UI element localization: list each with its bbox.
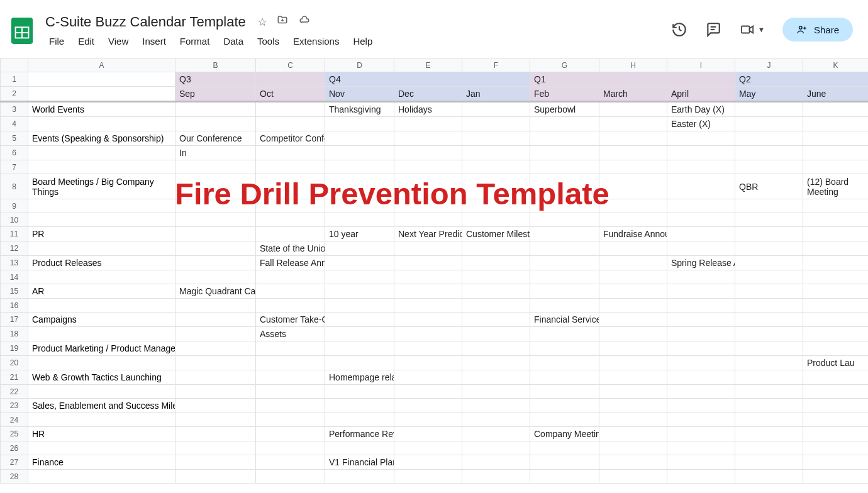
cell-8-F[interactable] [462,174,530,199]
cell-14-D[interactable] [325,270,394,284]
rowhdr-1[interactable]: 1 [1,72,28,87]
cell-9-A[interactable] [28,199,175,213]
rowhdr-24[interactable]: 24 [1,413,28,427]
rowhdr-25[interactable]: 25 [1,427,28,441]
cell-14-C[interactable] [256,270,325,284]
grid-table[interactable]: A B C D E F G H I J K 1Q3Q4Q1Q22SepOctNo… [0,58,868,484]
cell-1-C[interactable] [256,72,325,87]
cell-2-G[interactable]: Feb [530,87,599,102]
cell-15-B[interactable]: Magic Quadrant Campaign [175,284,256,299]
cell-17-I[interactable] [667,313,735,327]
cell-2-K[interactable]: June [803,87,869,102]
cell-3-E[interactable]: Holidays [394,102,462,117]
cell-20-I[interactable] [667,356,735,370]
cell-19-F[interactable] [462,341,530,356]
cell-22-A[interactable] [28,385,175,399]
cell-19-E[interactable] [394,341,462,356]
row-14[interactable]: 14 [1,270,869,284]
cell-8-K[interactable]: (12) Board Meeting [803,174,869,199]
cell-4-C[interactable] [256,117,325,131]
cell-18-G[interactable] [530,327,599,341]
cell-13-J[interactable] [735,256,803,270]
cell-12-K[interactable] [803,241,869,256]
cell-17-K[interactable] [803,313,869,327]
sheets-app-icon[interactable] [10,16,34,45]
cell-5-B[interactable]: Our Conference [175,131,256,146]
colhdr-I[interactable]: I [667,58,735,72]
cell-27-I[interactable] [667,455,735,470]
cell-2-I[interactable]: April [667,87,735,102]
cell-14-E[interactable] [394,270,462,284]
cell-27-J[interactable] [735,455,803,470]
rowhdr-16[interactable]: 16 [1,299,28,313]
cell-15-I[interactable] [667,284,735,299]
cell-9-F[interactable] [462,199,530,213]
cell-11-A[interactable]: PR [28,227,175,241]
rowhdr-15[interactable]: 15 [1,284,28,299]
cell-13-F[interactable] [462,256,530,270]
cell-14-H[interactable] [599,270,667,284]
colhdr-D[interactable]: D [325,58,394,72]
cell-7-C[interactable] [256,160,325,174]
cell-21-D[interactable]: Homempage relaunch [325,370,394,385]
menu-view[interactable]: View [102,33,135,49]
menu-insert[interactable]: Insert [136,33,172,49]
doc-title[interactable]: C-Suite Buzz Calendar Template [43,13,248,31]
cell-19-K[interactable] [803,341,869,356]
cell-22-C[interactable] [256,385,325,399]
cell-24-B[interactable] [175,413,256,427]
cell-28-D[interactable] [325,470,394,484]
cell-26-E[interactable] [394,441,462,455]
cell-21-J[interactable] [735,370,803,385]
cell-27-F[interactable] [462,455,530,470]
cell-15-E[interactable] [394,284,462,299]
row-25[interactable]: 25HRPerformance ReviewsCompany Meeting [1,427,869,441]
cell-6-D[interactable] [325,146,394,160]
cell-2-J[interactable]: May [735,87,803,102]
cell-16-F[interactable] [462,299,530,313]
cell-12-C[interactable]: State of the Union [256,241,325,256]
cell-11-H[interactable]: Fundraise Announcement [599,227,667,241]
cell-13-B[interactable] [175,256,256,270]
cell-7-G[interactable] [530,160,599,174]
cell-9-E[interactable] [394,199,462,213]
cell-20-H[interactable] [599,356,667,370]
cell-18-B[interactable] [175,327,256,341]
cell-12-B[interactable] [175,241,256,256]
cell-11-F[interactable]: Customer Milestone [462,227,530,241]
cell-11-K[interactable] [803,227,869,241]
cell-24-G[interactable] [530,413,599,427]
rowhdr-27[interactable]: 27 [1,455,28,470]
colhdr-F[interactable]: F [462,58,530,72]
cell-1-J[interactable]: Q2 [735,72,803,87]
cell-7-F[interactable] [462,160,530,174]
cell-19-G[interactable] [530,341,599,356]
cell-18-K[interactable] [803,327,869,341]
row-5[interactable]: 5Events (Speaking & Sponsorship)Our Conf… [1,131,869,146]
cell-13-I[interactable]: Spring Release Announcement [667,256,735,270]
comment-icon[interactable] [705,21,721,38]
cell-1-E[interactable] [394,72,462,87]
cell-16-I[interactable] [667,299,735,313]
cell-21-G[interactable] [530,370,599,385]
cell-7-J[interactable] [735,160,803,174]
cell-21-I[interactable] [667,370,735,385]
cell-15-J[interactable] [735,284,803,299]
cell-4-I[interactable]: Easter (X) [667,117,735,131]
cell-12-D[interactable] [325,241,394,256]
rowhdr-12[interactable]: 12 [1,241,28,256]
cell-28-J[interactable] [735,470,803,484]
rowhdr-13[interactable]: 13 [1,256,28,270]
cell-18-A[interactable] [28,327,175,341]
cell-27-G[interactable] [530,455,599,470]
cell-12-H[interactable] [599,241,667,256]
row-23[interactable]: 23Sales, Enablement and Success Mileston… [1,399,869,413]
cell-19-D[interactable] [325,341,394,356]
cell-26-F[interactable] [462,441,530,455]
cell-13-A[interactable]: Product Releases [28,256,175,270]
cell-21-A[interactable]: Web & Growth Tactics Launching [28,370,175,385]
row-8[interactable]: 8Board Meetings / Big Company ThingsQBR(… [1,174,869,199]
rowhdr-23[interactable]: 23 [1,399,28,413]
row-3[interactable]: 3World EventsThanksgivingHolidaysSuperbo… [1,102,869,117]
cell-18-F[interactable] [462,327,530,341]
